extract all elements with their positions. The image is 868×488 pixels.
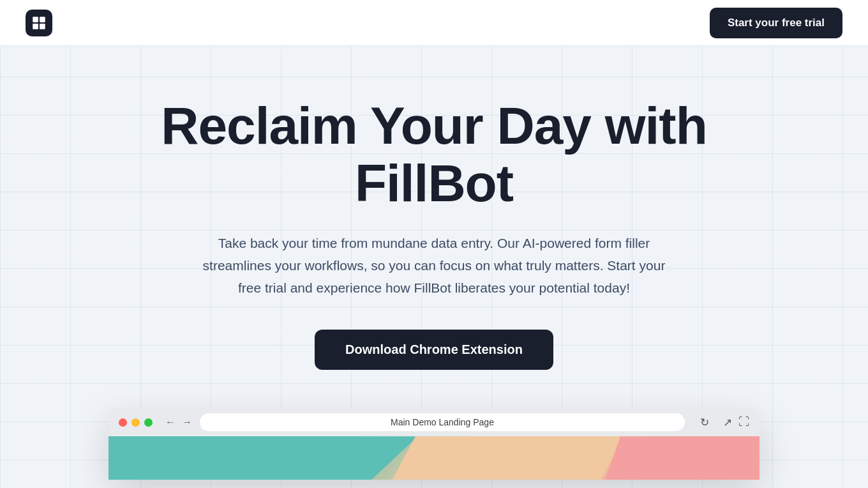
fillbot-icon: [31, 15, 47, 31]
browser-forward-arrow[interactable]: →: [182, 417, 192, 427]
browser-content-peach: [392, 436, 624, 480]
svg-rect-1: [40, 17, 45, 22]
browser-mockup: ← → Main Demo Landing Page ↻ ↗ ⛶: [108, 408, 760, 480]
hero-title-line1: Reclaim Your Day with: [161, 96, 707, 155]
hero-subtitle: Take back your time from mundane data en…: [195, 233, 673, 299]
svg-rect-3: [40, 24, 45, 29]
download-chrome-extension-button[interactable]: Download Chrome Extension: [315, 330, 553, 370]
hero-title: Reclaim Your Day with FillBot: [161, 97, 707, 212]
browser-dot-red[interactable]: [119, 418, 127, 427]
browser-refresh-icon[interactable]: ↻: [700, 416, 709, 429]
browser-back-arrow[interactable]: ←: [165, 417, 176, 427]
browser-dots: [119, 418, 153, 427]
browser-content-teal: [108, 436, 417, 480]
svg-rect-0: [33, 17, 38, 22]
browser-external-link-icon[interactable]: ↗: [723, 416, 732, 429]
browser-address-bar[interactable]: Main Demo Landing Page: [200, 413, 685, 431]
start-trial-button[interactable]: Start your free trial: [710, 8, 842, 38]
logo: [26, 10, 52, 36]
browser-address-text: Main Demo Landing Page: [391, 417, 494, 427]
browser-dot-green[interactable]: [144, 418, 153, 427]
hero-section: Reclaim Your Day with FillBot Take back …: [0, 46, 868, 488]
browser-fullscreen-icon[interactable]: ⛶: [738, 416, 749, 429]
browser-content-pink: [605, 436, 760, 480]
browser-content-inner: [108, 436, 760, 480]
navbar: Start your free trial: [0, 0, 868, 46]
browser-content: [108, 436, 760, 480]
hero-title-line2: FillBot: [355, 154, 513, 212]
browser-nav: ← →: [165, 417, 192, 427]
svg-rect-2: [33, 24, 38, 29]
browser-dot-yellow[interactable]: [131, 418, 140, 427]
logo-icon: [26, 10, 52, 36]
browser-actions: ↗ ⛶: [723, 416, 749, 429]
browser-titlebar: ← → Main Demo Landing Page ↻ ↗ ⛶: [108, 408, 760, 436]
